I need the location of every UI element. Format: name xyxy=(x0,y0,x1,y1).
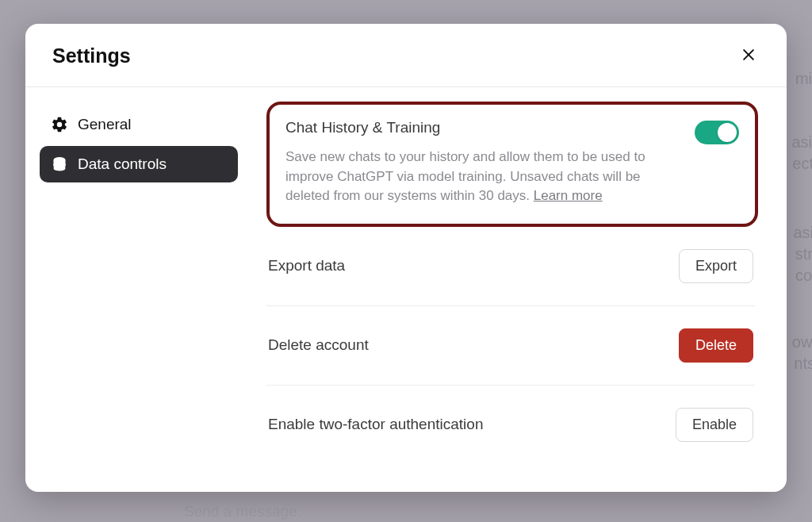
sidebar-item-label: General xyxy=(78,116,132,133)
chat-history-section-highlight: Chat History & Training Save new chats t… xyxy=(266,102,758,227)
sidebar-item-general[interactable]: General xyxy=(40,106,238,143)
settings-modal: Settings General Data controls xyxy=(25,24,787,492)
background-text: asi xyxy=(793,224,812,242)
enable-2fa-button[interactable]: Enable xyxy=(676,408,753,442)
background-text: owle xyxy=(792,333,812,351)
background-text: asic xyxy=(791,133,812,152)
settings-sidebar: General Data controls xyxy=(40,106,244,473)
gear-icon xyxy=(51,116,68,133)
settings-rows: Export data Export Delete account Delete… xyxy=(266,227,758,464)
background-text: ect xyxy=(792,155,812,173)
sidebar-item-label: Data controls xyxy=(78,155,167,173)
settings-content: Chat History & Training Save new chats t… xyxy=(244,106,772,473)
two-factor-row: Enable two-factor authentication Enable xyxy=(266,386,755,464)
database-icon xyxy=(51,155,68,173)
chat-history-row: Chat History & Training Save new chats t… xyxy=(285,119,739,206)
delete-button[interactable]: Delete xyxy=(679,328,753,363)
export-data-row: Export data Export xyxy=(266,227,755,306)
modal-header: Settings xyxy=(25,24,787,87)
delete-account-row: Delete account Delete xyxy=(266,306,755,386)
two-factor-label: Enable two-factor authentication xyxy=(268,416,483,433)
sidebar-item-data-controls[interactable]: Data controls xyxy=(40,146,238,182)
toggle-knob xyxy=(718,123,737,142)
export-button[interactable]: Export xyxy=(679,249,753,283)
background-text: mi xyxy=(795,70,812,88)
chat-history-title: Chat History & Training xyxy=(285,119,680,136)
modal-body: General Data controls Chat History & Tra… xyxy=(25,87,787,492)
delete-account-label: Delete account xyxy=(268,336,369,354)
background-text: co xyxy=(795,267,812,285)
close-icon xyxy=(741,47,756,66)
close-button[interactable] xyxy=(737,45,760,67)
chat-history-description: Save new chats to your history and allow… xyxy=(285,148,680,206)
chat-history-text-block: Chat History & Training Save new chats t… xyxy=(285,119,680,206)
chat-history-toggle[interactable] xyxy=(695,121,739,144)
background-text: nts xyxy=(794,355,812,373)
learn-more-link[interactable]: Learn more xyxy=(534,188,603,203)
modal-title: Settings xyxy=(52,44,131,67)
background-text: stru xyxy=(795,245,812,263)
background-message-input-placeholder: Send a message. xyxy=(184,503,301,520)
export-data-label: Export data xyxy=(268,257,345,274)
